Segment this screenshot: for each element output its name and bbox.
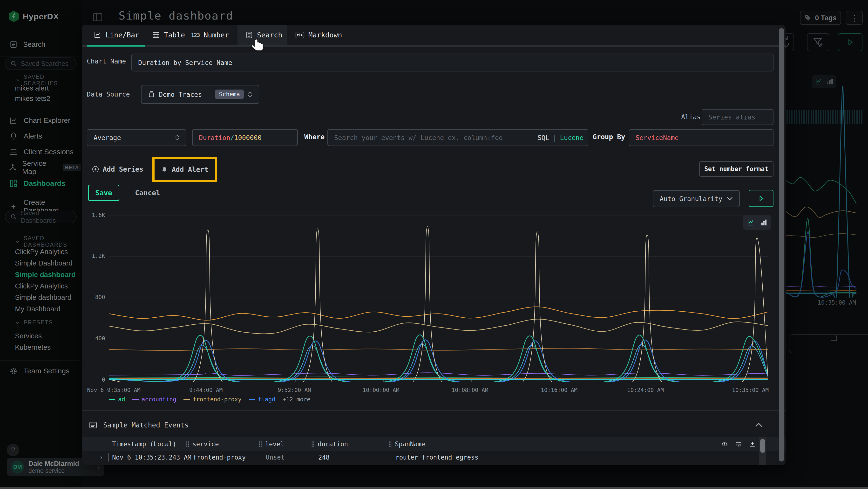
collapse-section-button[interactable] [755, 422, 763, 428]
legend-swatch [132, 399, 138, 400]
edit-chart-modal: Line/Bar Table 123 Number Search Markdow… [82, 25, 785, 465]
table-row[interactable]: › Nov 6 10:35:23.243 AM frontend-proxy U… [82, 451, 785, 464]
run-chart-button[interactable] [749, 190, 774, 207]
x-tick: 10:00:00 AM [363, 387, 399, 393]
legend-label: ad [118, 396, 125, 403]
download-icon[interactable] [749, 441, 756, 447]
table-row[interactable]: › Nov 6 10:35:23.243 AM frontend-proxy U… [82, 463, 785, 465]
search-list-icon [245, 31, 253, 39]
legend-item[interactable]: frontend-proxy [184, 396, 241, 403]
sample-events-header: Sample Matched Events [89, 421, 189, 429]
table-actions [721, 441, 756, 447]
lucene-toggle[interactable]: Lucene [560, 134, 584, 141]
y-tick: 800 [84, 294, 105, 300]
expand-row-icon[interactable]: › [99, 454, 103, 461]
add-series-button[interactable]: Add Series [92, 161, 144, 178]
schema-badge[interactable]: Schema [215, 90, 244, 99]
field-expression-input[interactable]: Duration/1000000 [192, 129, 298, 146]
group-by-label: Group By [593, 133, 625, 141]
cell-level: Unset [266, 454, 284, 461]
legend-swatch [249, 399, 255, 400]
row-accent [108, 453, 109, 461]
granularity-select[interactable]: Auto Granularity [653, 190, 740, 207]
alias-input[interactable]: Series alias [702, 109, 774, 125]
drag-handle-icon [258, 441, 262, 447]
field-denominator: 1000000 [234, 134, 261, 141]
drag-handle-icon [311, 441, 315, 447]
x-tick: 9:52:00 AM [278, 387, 311, 393]
x-tick: 10:08:00 AM [452, 387, 488, 393]
x-tick: 9:44:00 AM [189, 387, 222, 393]
column-header-spanname[interactable]: SpanName [388, 440, 425, 448]
code-icon[interactable] [721, 441, 728, 447]
cancel-button[interactable]: Cancel [130, 185, 165, 201]
wrap-text-icon[interactable] [735, 441, 742, 447]
add-alert-button-highlighted[interactable]: Add Alert [152, 157, 217, 182]
chart-name-input[interactable]: Duration by Service Name [131, 54, 774, 71]
drag-handle-icon [186, 441, 189, 447]
legend-item[interactable]: accounting [132, 396, 177, 403]
column-header-level[interactable]: level [258, 440, 284, 448]
legend-label: accounting [142, 396, 177, 403]
cell-service: frontend-proxy [193, 454, 246, 461]
set-number-format-button[interactable]: Set number format [699, 161, 774, 177]
drag-handle-icon [388, 441, 392, 447]
data-source-select[interactable]: Demo Traces Schema [141, 85, 259, 104]
y-tick: 1.2K [84, 253, 105, 259]
sql-toggle[interactable]: SQL [537, 134, 549, 141]
granularity-value: Auto Granularity [660, 195, 722, 202]
y-tick: 1.6K [84, 212, 105, 218]
chart-type-tabbar [82, 25, 785, 47]
tab-label: Search [257, 31, 282, 39]
field-column: Duration [199, 134, 230, 141]
circle-plus-icon [92, 165, 99, 173]
language-toggle[interactable]: SQL | Lucene [537, 134, 584, 141]
tab-table[interactable]: Table [152, 25, 185, 45]
where-search-input[interactable]: Search your events w/ Lucene ex. column:… [328, 129, 588, 146]
chart-name-label: Chart Name [87, 57, 126, 65]
divider [82, 410, 785, 411]
line-chart-icon [93, 31, 102, 39]
legend-label: frontend-proxy [193, 396, 241, 403]
legend-item[interactable]: flagd [249, 396, 275, 403]
data-source-value: Demo Traces [159, 91, 202, 98]
tab-label: Line/Bar [105, 31, 140, 39]
input-placeholder: Series alias [708, 113, 755, 121]
duration-chart[interactable] [109, 213, 768, 382]
tab-markdown[interactable]: Markdown [296, 25, 342, 45]
group-by-input[interactable]: ServiceName [629, 129, 774, 146]
modal-scrollbar[interactable] [779, 28, 784, 461]
app-root: HyperDX Search Saved Searches SAVED SEAR… [0, 0, 868, 489]
table-scrollbar-thumb[interactable] [760, 439, 765, 453]
tab-line-bar[interactable]: Line/Bar [93, 25, 140, 45]
markdown-icon [296, 31, 305, 39]
legend-item[interactable]: ad [109, 396, 125, 403]
x-tick: 10:35:00 AM [732, 387, 769, 393]
x-tick: 10:24:00 AM [627, 387, 664, 393]
chevron-down-icon [727, 197, 733, 201]
bell-icon [161, 166, 168, 173]
legend-label: flagd [258, 396, 275, 403]
aggregation-value: Average [94, 134, 121, 141]
language-divider: | [553, 134, 557, 141]
cell-duration: 248 [318, 454, 330, 461]
y-tick: 400 [84, 335, 105, 342]
database-icon [148, 90, 155, 98]
group-by-value: ServiceName [636, 134, 679, 141]
active-tab-underline [87, 45, 145, 47]
sample-events-title: Sample Matched Events [103, 421, 189, 429]
list-icon [89, 421, 97, 429]
aggregation-select[interactable]: Average [87, 129, 186, 146]
tab-label: Number [204, 31, 229, 39]
column-header-service[interactable]: service [186, 440, 219, 448]
events-table-header: Timestamp (Local) service level duration… [82, 437, 785, 451]
tab-number[interactable]: 123 Number [191, 25, 229, 45]
legend-more-link[interactable]: +12 more [283, 396, 311, 403]
column-header-timestamp[interactable]: Timestamp (Local) [112, 440, 176, 448]
data-source-label: Data Source [87, 90, 130, 98]
mouse-cursor [251, 38, 266, 54]
column-header-duration[interactable]: duration [311, 440, 348, 448]
save-button[interactable]: Save [88, 185, 119, 201]
field-operator: / [230, 134, 234, 141]
add-series-label: Add Series [103, 165, 144, 173]
